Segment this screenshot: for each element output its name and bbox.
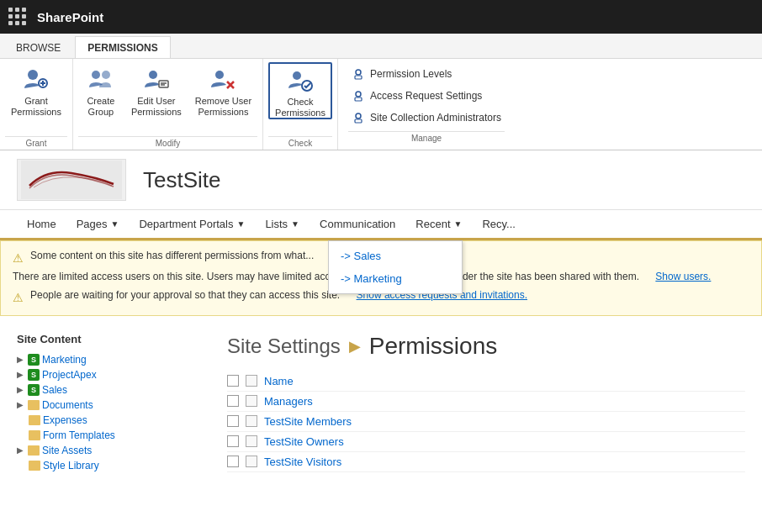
svg-point-19 <box>356 113 361 119</box>
select-all-checkbox[interactable] <box>227 375 239 387</box>
permissions-name-header[interactable]: Name <box>264 375 294 387</box>
remove-user-permissions-label: Remove User Permissions <box>195 96 251 118</box>
tab-browse[interactable]: BROWSE <box>3 36 73 58</box>
check-group-label: Check <box>268 136 332 148</box>
site-navigation: Home Pages ▼ Department Portals ▼ Lists … <box>0 210 762 240</box>
site-collection-administrators-item[interactable]: Site Collection Administrators <box>348 109 505 126</box>
show-users-link[interactable]: Show users. <box>655 269 711 285</box>
testsite-visitors-checkbox[interactable] <box>227 456 239 467</box>
testsite-owners-checkbox[interactable] <box>227 435 239 447</box>
check-permissions-button[interactable]: Check Permissions <box>268 62 332 119</box>
managers-link[interactable]: Managers <box>264 395 313 408</box>
create-group-icon <box>87 66 114 93</box>
check-permissions-label: Check Permissions <box>275 97 325 119</box>
tree-projectapex[interactable]: ProjectApex <box>42 369 97 381</box>
warning-icon-1: ⚠ <box>13 249 24 267</box>
tab-permissions[interactable]: PERMISSIONS <box>75 36 170 58</box>
nav-communication[interactable]: Communication <box>310 211 405 237</box>
folder-icon <box>28 400 40 410</box>
edit-user-permissions-label: Edit User Permissions <box>131 96 182 118</box>
ribbon-group-manage: Permission Levels Access Request Setting… <box>338 59 515 150</box>
tree-expenses[interactable]: Expenses <box>43 414 87 426</box>
list-item[interactable]: ▶ Documents <box>17 398 202 413</box>
svg-point-5 <box>102 71 110 79</box>
ribbon-group-check: Check Permissions Check <box>263 59 338 150</box>
managers-type-icon <box>246 395 257 407</box>
tree-marketing[interactable]: Marketing <box>42 354 87 366</box>
site-content-title: Site Content <box>17 333 202 345</box>
grant-permissions-button[interactable]: Grant Permissions <box>5 62 67 119</box>
nav-lists[interactable]: Lists ▼ <box>255 211 310 237</box>
department-portals-dropdown: -> Sales -> Marketing <box>328 240 463 294</box>
site-title: TestSite <box>143 167 221 193</box>
svg-rect-7 <box>159 81 168 87</box>
ribbon-content: Grant Permissions Grant Create Group <box>0 59 762 150</box>
chevron-icon: ▶ <box>17 400 25 409</box>
ribbon-group-modify: Create Group Edit User Permissions <box>73 59 263 150</box>
edit-user-permissions-button[interactable]: Edit User Permissions <box>125 62 188 119</box>
folder-icon <box>29 415 40 425</box>
permission-levels-item[interactable]: Permission Levels <box>348 66 505 82</box>
list-item[interactable]: Expenses <box>17 413 202 428</box>
tree-style-library[interactable]: Style Library <box>43 460 99 471</box>
dropdown-marketing[interactable]: -> Marketing <box>329 267 462 290</box>
table-row: Managers <box>227 392 745 412</box>
list-item[interactable]: Form Templates <box>17 428 202 443</box>
list-item[interactable]: Style Library <box>17 458 202 473</box>
type-icon <box>246 375 257 387</box>
nav-home[interactable]: Home <box>17 211 66 237</box>
site-collection-administrators-label: Site Collection Administrators <box>370 112 501 124</box>
main-content: Site Content ▶ S Marketing ▶ S ProjectAp… <box>0 316 762 490</box>
tree-site-assets[interactable]: Site Assets <box>42 445 92 456</box>
testsite-members-checkbox[interactable] <box>227 415 239 427</box>
nav-recycled[interactable]: Recy... <box>472 211 526 237</box>
svg-point-15 <box>356 70 361 75</box>
testsite-owners-link[interactable]: TestSite Owners <box>264 435 344 448</box>
nav-department-portals[interactable]: Department Portals ▼ <box>129 211 255 237</box>
dropdown-sales[interactable]: -> Sales <box>329 245 462 267</box>
access-request-settings-label: Access Request Settings <box>370 90 482 102</box>
table-row: TestSite Owners <box>227 432 745 452</box>
list-item[interactable]: ▶ Site Assets <box>17 443 202 458</box>
notification-text-1: Some content on this site has different … <box>30 248 314 264</box>
site-header: TestSite <box>0 150 762 210</box>
testsite-members-link[interactable]: TestSite Members <box>264 415 352 428</box>
permissions-table: Name Managers TestSite Members TestSite … <box>227 371 745 472</box>
folder-icon <box>29 461 40 471</box>
sharepoint-list-icon: S <box>28 384 40 396</box>
access-request-settings-item[interactable]: Access Request Settings <box>348 87 505 104</box>
permission-levels-icon <box>352 67 365 81</box>
folder-icon <box>29 430 40 440</box>
site-content-panel: Site Content ▶ S Marketing ▶ S ProjectAp… <box>17 333 202 473</box>
remove-user-permissions-button[interactable]: Remove User Permissions <box>189 62 257 119</box>
site-settings-breadcrumb: Site Settings <box>227 334 341 358</box>
tree-sales[interactable]: Sales <box>42 384 67 396</box>
nav-recent[interactable]: Recent ▼ <box>405 211 472 237</box>
grant-permissions-icon <box>23 66 50 93</box>
notification-text-2: There are limited access users on this s… <box>13 269 639 285</box>
ribbon-group-grant: Grant Permissions Grant <box>0 59 73 150</box>
app-launcher-icon[interactable] <box>8 8 27 26</box>
manage-group-label: Manage <box>348 131 505 143</box>
list-item[interactable]: ▶ S Sales <box>17 382 202 398</box>
testsite-owners-type-icon <box>246 435 257 447</box>
svg-point-0 <box>28 70 38 80</box>
list-item[interactable]: ▶ S Marketing <box>17 352 202 367</box>
testsite-visitors-link[interactable]: TestSite Visitors <box>264 456 341 468</box>
nav-pages[interactable]: Pages ▼ <box>66 211 130 237</box>
svg-rect-20 <box>355 119 362 123</box>
svg-point-17 <box>356 92 361 97</box>
top-bar: SharePoint <box>0 0 762 34</box>
svg-rect-18 <box>355 97 362 101</box>
warning-icon-3: ⚠ <box>13 288 24 307</box>
tree-documents[interactable]: Documents <box>42 399 93 411</box>
list-item[interactable]: ▶ S ProjectApex <box>17 367 202 382</box>
svg-point-10 <box>215 71 224 79</box>
table-row: TestSite Members <box>227 412 745 432</box>
managers-checkbox[interactable] <box>227 395 239 407</box>
permissions-panel: Site Settings ▶ Permissions Name Manager… <box>227 333 745 473</box>
create-group-button[interactable]: Create Group <box>78 62 124 119</box>
chevron-icon: ▶ <box>17 385 25 394</box>
permission-levels-label: Permission Levels <box>370 68 452 80</box>
tree-form-templates[interactable]: Form Templates <box>43 429 115 441</box>
